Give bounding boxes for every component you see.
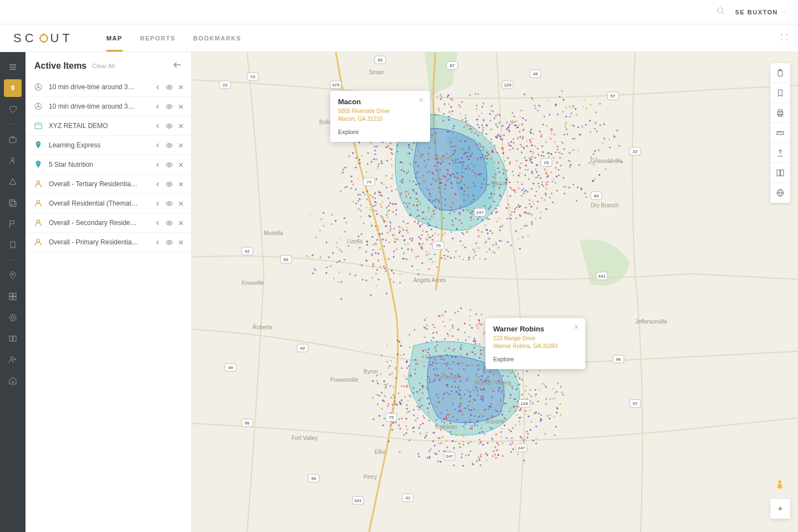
svg-point-716 bbox=[499, 217, 500, 219]
eye-icon[interactable] bbox=[166, 84, 173, 91]
chevron-left-icon[interactable] bbox=[154, 103, 161, 110]
tool-split[interactable] bbox=[770, 163, 790, 183]
svg-point-1178 bbox=[442, 395, 444, 397]
rail-add-location[interactable] bbox=[4, 372, 22, 390]
svg-point-1487 bbox=[517, 385, 519, 386]
popup-close-button[interactable] bbox=[573, 323, 580, 332]
list-item[interactable]: 5 Star Nutrition bbox=[25, 155, 191, 175]
eye-icon[interactable] bbox=[166, 103, 173, 110]
svg-point-585 bbox=[459, 161, 461, 163]
list-item[interactable]: XYZ RETAIL DEMO bbox=[25, 116, 191, 136]
rail-locations[interactable] bbox=[4, 131, 22, 149]
close-icon[interactable] bbox=[177, 84, 185, 91]
tool-share[interactable] bbox=[770, 143, 790, 163]
zoom-in-button[interactable] bbox=[770, 499, 790, 519]
tab-map[interactable]: MAP bbox=[106, 24, 122, 52]
svg-point-292 bbox=[519, 172, 521, 174]
svg-point-1092 bbox=[448, 347, 449, 349]
close-icon[interactable] bbox=[177, 142, 185, 149]
eye-icon[interactable] bbox=[166, 239, 173, 246]
close-icon[interactable] bbox=[177, 122, 185, 130]
svg-point-2053 bbox=[321, 218, 323, 220]
pin-icon bbox=[8, 271, 17, 280]
rail-active-count[interactable]: 9 bbox=[4, 79, 22, 97]
svg-point-842 bbox=[468, 146, 470, 148]
tool-print[interactable] bbox=[770, 103, 790, 123]
svg-point-1654 bbox=[525, 410, 526, 412]
eye-icon[interactable] bbox=[166, 142, 173, 149]
svg-point-1926 bbox=[544, 116, 545, 117]
list-item[interactable]: Overall Residential (Themat… bbox=[25, 194, 191, 213]
svg-point-1506 bbox=[545, 403, 546, 405]
streetview-pegman[interactable] bbox=[774, 479, 787, 492]
eye-icon[interactable] bbox=[166, 200, 173, 207]
list-item[interactable]: Learning Express bbox=[25, 136, 191, 155]
chevron-left-icon[interactable] bbox=[154, 161, 161, 168]
rail-bookmark[interactable] bbox=[4, 236, 22, 254]
close-icon[interactable] bbox=[177, 181, 185, 188]
svg-point-2095 bbox=[326, 242, 328, 243]
chevron-left-icon[interactable] bbox=[154, 200, 161, 207]
svg-point-966 bbox=[493, 176, 494, 178]
chevron-left-icon[interactable] bbox=[154, 239, 161, 246]
account-menu[interactable]: SE BUXTON bbox=[735, 9, 787, 16]
close-icon[interactable] bbox=[177, 239, 185, 246]
rail-menu[interactable] bbox=[4, 58, 22, 76]
chevron-left-icon[interactable] bbox=[154, 181, 161, 188]
eye-icon[interactable] bbox=[166, 122, 173, 130]
eye-icon[interactable] bbox=[166, 219, 173, 227]
tool-globe[interactable] bbox=[770, 183, 790, 203]
rail-pin[interactable] bbox=[4, 267, 22, 284]
chevron-left-icon[interactable] bbox=[154, 142, 161, 149]
svg-point-1248 bbox=[497, 449, 498, 451]
list-item[interactable]: Overall - Secondary Reside… bbox=[25, 213, 191, 233]
rail-people[interactable] bbox=[4, 152, 22, 170]
popup-explore-button[interactable]: Explore bbox=[338, 129, 422, 135]
close-icon[interactable] bbox=[177, 161, 185, 168]
rail-flag[interactable] bbox=[4, 215, 22, 233]
svg-point-598 bbox=[488, 237, 489, 239]
svg-point-1513 bbox=[398, 392, 400, 394]
svg-point-2072 bbox=[336, 242, 337, 244]
svg-point-813 bbox=[490, 110, 492, 111]
rail-favorites[interactable] bbox=[4, 100, 22, 118]
search-button[interactable] bbox=[717, 7, 725, 18]
eye-icon[interactable] bbox=[166, 161, 173, 168]
svg-point-1976 bbox=[393, 281, 395, 283]
popup-close-button[interactable] bbox=[418, 95, 424, 105]
close-icon[interactable] bbox=[177, 219, 185, 227]
chevron-left-icon[interactable] bbox=[154, 219, 161, 227]
tool-ruler[interactable] bbox=[770, 123, 790, 143]
rail-add-person[interactable] bbox=[4, 351, 22, 369]
svg-point-617 bbox=[477, 135, 479, 136]
tab-reports[interactable]: REPORTS bbox=[140, 24, 176, 52]
rail-compare[interactable] bbox=[4, 330, 22, 347]
svg-point-2087 bbox=[339, 260, 340, 262]
svg-point-1566 bbox=[477, 424, 479, 426]
map-canvas[interactable]: 2374475838712949572280237424775804234196… bbox=[192, 52, 798, 532]
eye-icon[interactable] bbox=[166, 181, 173, 188]
list-item[interactable]: Overall - Tertiary Residentia… bbox=[25, 175, 191, 194]
list-item[interactable]: 10 min drive-time around 3… bbox=[25, 78, 191, 97]
tab-bookmarks[interactable]: BOOKMARKS bbox=[193, 24, 242, 52]
panel-collapse-button[interactable] bbox=[172, 60, 182, 72]
svg-point-1035 bbox=[388, 403, 390, 405]
list-item[interactable]: 10 min drive-time around 3… bbox=[25, 97, 191, 116]
chevron-left-icon[interactable] bbox=[154, 122, 161, 130]
rail-layers[interactable] bbox=[4, 194, 22, 212]
fullscreen-button[interactable] bbox=[780, 33, 788, 43]
close-icon[interactable] bbox=[177, 103, 185, 110]
svg-point-2081 bbox=[372, 263, 374, 265]
list-item[interactable]: Overall - Primary Residentia… bbox=[25, 233, 191, 252]
rail-target[interactable] bbox=[4, 309, 22, 326]
clear-all-button[interactable]: Clear All bbox=[92, 63, 115, 69]
svg-point-1098 bbox=[477, 421, 479, 423]
svg-point-590 bbox=[451, 146, 452, 147]
tool-clipboard[interactable] bbox=[770, 63, 790, 83]
close-icon[interactable] bbox=[177, 200, 185, 207]
rail-shapes[interactable] bbox=[4, 173, 22, 191]
rail-grid[interactable] bbox=[4, 288, 22, 305]
chevron-left-icon[interactable] bbox=[154, 84, 161, 91]
popup-explore-button[interactable]: Explore bbox=[493, 356, 577, 362]
tool-bookmark[interactable] bbox=[770, 83, 790, 103]
